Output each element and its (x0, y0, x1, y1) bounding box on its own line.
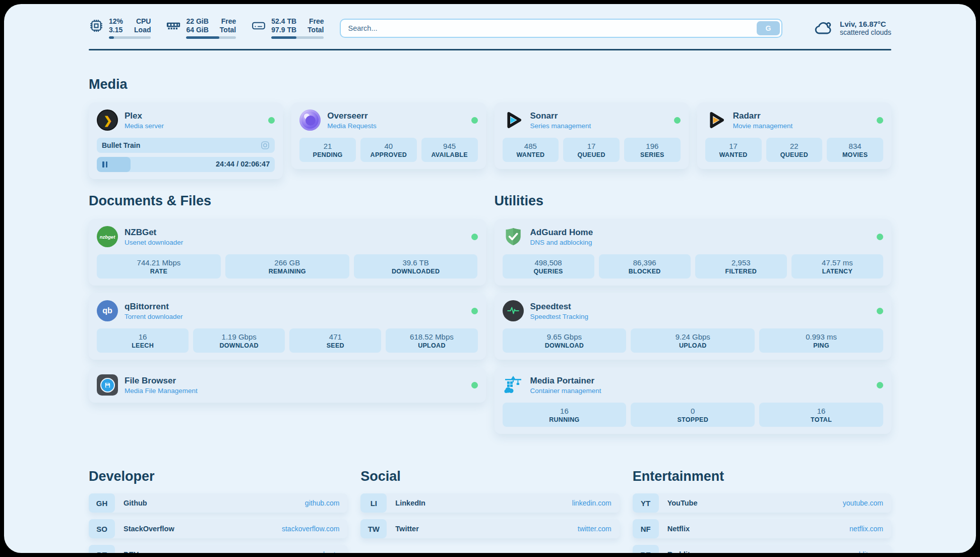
stat-value: 39.6 TB (356, 258, 476, 267)
service-card-speedtest[interactable]: Speedtest Speedtest Tracking 9.65 Gbps D… (495, 293, 892, 360)
search-input[interactable] (340, 19, 782, 38)
speedtest-icon (503, 300, 524, 321)
section-title-utilities: Utilities (495, 193, 892, 209)
bookmark-dev[interactable]: DT DEV dev.to (89, 545, 347, 553)
stat-label: BLOCKED (601, 268, 689, 275)
bookmark-stackoverflow[interactable]: SO StackOverflow stackoverflow.com (89, 519, 347, 538)
status-dot (471, 234, 478, 240)
stat-label: DOWNLOAD (505, 342, 625, 349)
service-card-sonarr[interactable]: Sonarr Series management 485 WANTED 17 Q… (495, 102, 689, 169)
service-card-overseerr[interactable]: Overseerr Media Requests 21 PENDING 40 A… (291, 102, 485, 169)
stat-tile: 22 QUEUED (766, 138, 823, 162)
bookmark-twitter[interactable]: TW Twitter twitter.com (360, 519, 619, 538)
bookmark-abbr: RE (633, 545, 659, 553)
disk-icon (251, 18, 266, 33)
bookmark-url[interactable]: reddit.com (850, 550, 891, 553)
stat-label: RATE (99, 268, 219, 275)
pause-icon (102, 161, 107, 168)
search-engine-button[interactable]: G (757, 21, 780, 35)
service-name[interactable]: AdGuard Home (530, 228, 593, 238)
stat-value: 17 (565, 142, 618, 150)
bookmark-netflix[interactable]: NF Netflix netflix.com (633, 519, 891, 538)
service-card-radarr[interactable]: Radarr Movie management 17 WANTED 22 QUE… (697, 102, 891, 169)
disk-stat: 52.4 TB Free 97.9 TB Total (251, 17, 324, 39)
service-card-adguard[interactable]: AdGuard Home DNS and adblocking 498,508 … (495, 219, 892, 286)
service-card-filebrowser[interactable]: File Browser Media File Management (89, 367, 486, 403)
bookmark-abbr: DT (89, 545, 115, 553)
stat-label: REMAINING (227, 268, 347, 275)
playback-time: 24:44 / 02:06:47 (216, 160, 270, 168)
stat-value: 22 (768, 142, 821, 150)
stat-value: 945 (423, 142, 476, 150)
stat-value: 2,953 (697, 258, 785, 267)
cast-icon[interactable] (261, 141, 270, 150)
stat-label: STOPPED (633, 416, 753, 423)
stat-tile: 744.21 Mbps RATE (97, 254, 221, 278)
system-stats: 12% CPU 3.15 Load (89, 17, 324, 39)
service-subtitle: Media Requests (327, 122, 377, 130)
service-name[interactable]: Overseerr (327, 111, 377, 121)
bookmark-name: Reddit (659, 550, 690, 553)
bookmark-linkedin[interactable]: LI LinkedIn linkedin.com (360, 493, 619, 513)
bookmark-url[interactable]: linkedin.com (572, 499, 620, 507)
stat-tile: 1.19 Gbps DOWNLOAD (193, 328, 285, 353)
bookmark-group-social: Social LI LinkedIn linkedin.com TW Twitt… (360, 469, 619, 553)
stat-value: 485 (505, 142, 557, 150)
service-name[interactable]: NZBGet (125, 228, 183, 238)
cpu-progress-bar (109, 36, 151, 39)
ram-label-top: Free (220, 17, 236, 25)
bookmark-url[interactable]: netflix.com (849, 525, 891, 533)
stat-tile: 17 WANTED (705, 138, 762, 162)
playback-progress-bar[interactable]: 24:44 / 02:06:47 (97, 157, 275, 172)
disk-total-value: 97.9 TB (271, 26, 296, 34)
cpu-label-bottom: Load (134, 26, 151, 34)
stat-value: 16 (99, 332, 187, 341)
cpu-percent: 12% (109, 17, 123, 25)
bookmark-youtube[interactable]: YT YouTube youtube.com (633, 493, 891, 513)
stat-label: UPLOAD (633, 342, 753, 349)
stat-tile: 0.993 ms PING (759, 328, 883, 353)
status-dot (877, 234, 883, 240)
service-card-plex[interactable]: ❯ Plex Media server Bullet Train 24:44 /… (89, 102, 283, 179)
top-bar: 12% CPU 3.15 Load (89, 17, 891, 39)
stat-value: 834 (829, 142, 881, 150)
bookmark-url[interactable]: youtube.com (843, 499, 891, 507)
service-name[interactable]: Media Portainer (530, 376, 601, 386)
stat-tile: 17 QUEUED (563, 138, 620, 162)
media-grid: ❯ Plex Media server Bullet Train 24:44 /… (89, 102, 891, 179)
bookmark-github[interactable]: GH Github github.com (89, 493, 347, 513)
stat-value: 498,508 (505, 258, 592, 267)
service-name[interactable]: Sonarr (530, 111, 591, 121)
ram-progress-bar (186, 36, 236, 39)
cloud-icon (814, 18, 834, 38)
bookmark-url[interactable]: github.com (305, 499, 347, 507)
adguard-icon (503, 226, 524, 247)
stat-label: QUEUED (768, 151, 821, 158)
service-name[interactable]: qBittorrent (125, 302, 183, 312)
stat-value: 1.19 Gbps (195, 332, 283, 341)
service-card-qbittorrent[interactable]: qb qBittorrent Torrent downloader 16 LEE… (89, 293, 486, 360)
portainer-icon (503, 374, 524, 396)
bookmark-reddit[interactable]: RE Reddit reddit.com (633, 545, 891, 553)
service-name[interactable]: Speedtest (530, 302, 589, 312)
ram-icon (166, 18, 181, 33)
stat-tile: 618.52 Mbps UPLOAD (386, 328, 477, 353)
bookmark-url[interactable]: stackoverflow.com (282, 525, 347, 533)
bookmark-group-developer: Developer GH Github github.com SO StackO… (89, 469, 347, 553)
service-name[interactable]: Radarr (733, 111, 793, 121)
stat-value: 196 (626, 142, 679, 150)
service-card-nzbget[interactable]: nzbget NZBGet Usenet downloader 744.21 M… (89, 219, 486, 286)
stat-value: 9.65 Gbps (505, 332, 625, 341)
stat-label: APPROVED (362, 151, 415, 158)
bookmark-name: Github (115, 499, 147, 507)
nzbget-icon: nzbget (97, 226, 118, 247)
stat-label: WANTED (505, 151, 557, 158)
bookmark-url[interactable]: twitter.com (578, 525, 620, 533)
service-name[interactable]: File Browser (125, 376, 198, 386)
stat-value: 40 (362, 142, 415, 150)
service-name[interactable]: Plex (125, 111, 164, 121)
stat-value: 9.24 Gbps (633, 332, 753, 341)
status-dot (877, 382, 883, 388)
service-card-portainer[interactable]: Media Portainer Container management 16 … (495, 367, 892, 434)
bookmark-url[interactable]: dev.to (321, 550, 347, 553)
